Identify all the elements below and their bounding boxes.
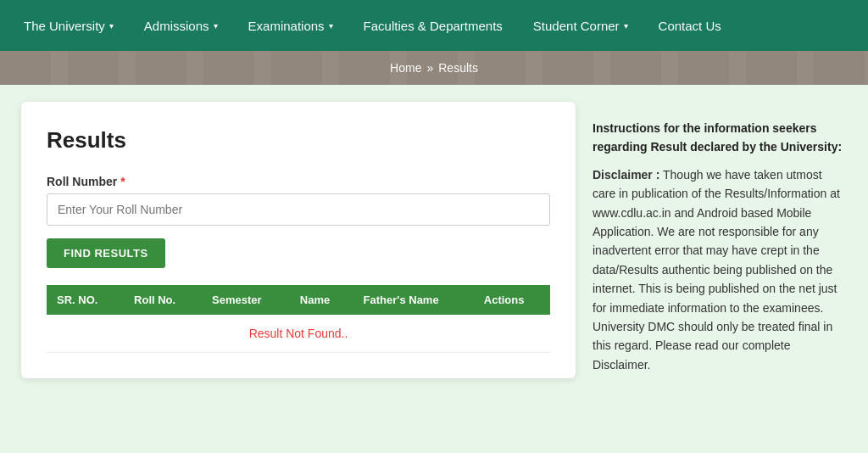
table-header-roll-no-: Roll No. xyxy=(124,285,202,315)
required-asterisk: * xyxy=(120,175,125,188)
nav-item-contact-us[interactable]: Contact Us xyxy=(643,0,737,51)
breadcrumb-separator: » xyxy=(426,61,433,75)
breadcrumb-home[interactable]: Home xyxy=(390,61,421,75)
instructions-title: Instructions for the information seekers… xyxy=(593,119,843,157)
page-title: Results xyxy=(47,127,550,154)
disclaimer-text: Though we have taken utmost care in publ… xyxy=(593,168,840,372)
page-wrapper: Results Roll Number * FIND RESULTS SR. N… xyxy=(0,85,868,395)
chevron-down-icon: ▾ xyxy=(109,21,114,31)
table-header-sr--no-: SR. NO. xyxy=(47,285,124,315)
table-header-row: SR. NO.Roll No.SemesterNameFather's Name… xyxy=(47,285,550,315)
empty-message: Result Not Found.. xyxy=(47,315,550,353)
nav-item-student-corner[interactable]: Student Corner ▾ xyxy=(518,0,643,51)
hero-section: Home » Results xyxy=(0,51,868,85)
chevron-down-icon: ▾ xyxy=(329,21,333,31)
breadcrumb-current: Results xyxy=(438,61,478,75)
breadcrumb: Home » Results xyxy=(390,61,478,75)
nav-item-admissions[interactable]: Admissions ▾ xyxy=(129,0,233,51)
roll-number-input[interactable] xyxy=(47,193,550,226)
table-header-father-s-name: Father's Name xyxy=(353,285,474,315)
disclaimer-label: Disclaimer : xyxy=(593,168,659,182)
main-card: Results Roll Number * FIND RESULTS SR. N… xyxy=(21,102,576,378)
nav-item-the-university[interactable]: The University ▾ xyxy=(8,0,129,51)
nav-item-examinations[interactable]: Examinations ▾ xyxy=(233,0,348,51)
table-header-semester: Semester xyxy=(202,285,290,315)
sidebar-instructions: Instructions for the information seekers… xyxy=(593,119,843,374)
chevron-down-icon: ▾ xyxy=(214,21,218,31)
chevron-down-icon: ▾ xyxy=(624,21,628,31)
disclaimer-paragraph: Disclaimer : Though we have taken utmost… xyxy=(593,165,843,374)
table-header-actions: Actions xyxy=(474,285,550,315)
main-navigation: The University ▾Admissions ▾Examinations… xyxy=(0,0,868,51)
nav-item-faculties---departments[interactable]: Faculties & Departments xyxy=(348,0,518,51)
sidebar: Instructions for the information seekers… xyxy=(576,102,855,378)
results-table: SR. NO.Roll No.SemesterNameFather's Name… xyxy=(47,285,550,353)
find-results-button[interactable]: FIND RESULTS xyxy=(47,238,165,268)
roll-number-label: Roll Number * xyxy=(47,175,550,188)
table-empty-row: Result Not Found.. xyxy=(47,315,550,353)
table-header-name: Name xyxy=(290,285,353,315)
